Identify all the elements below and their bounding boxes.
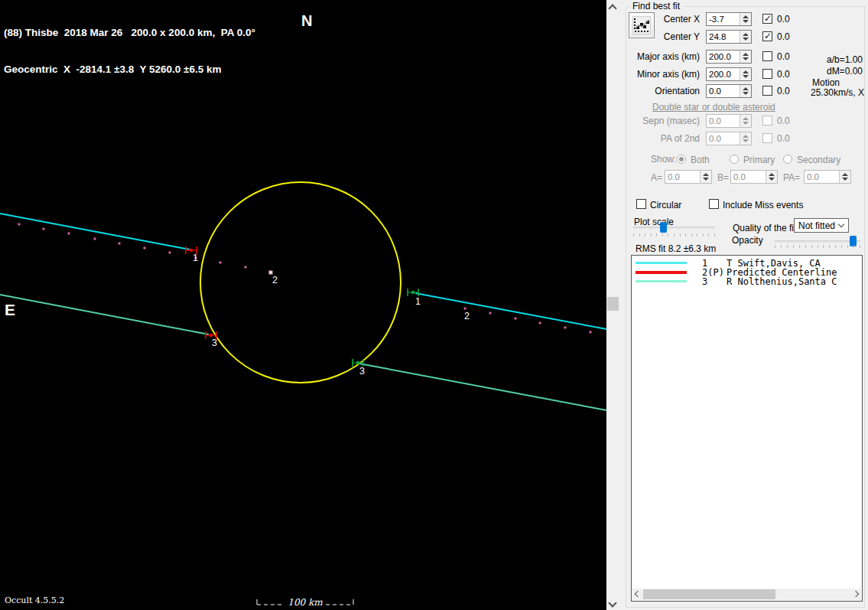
pa-field-label: PA= xyxy=(783,172,800,183)
b-field-label: B= xyxy=(717,172,729,183)
opacity-slider[interactable] xyxy=(775,240,860,243)
north-direction-label: N xyxy=(301,12,312,30)
vertical-scrollbar-thumb[interactable] xyxy=(607,297,619,311)
double-star-section-title: Double star or double asteroid xyxy=(652,102,775,113)
legend-row-3[interactable]: 3 R Nolthenius,Santa C xyxy=(632,277,862,286)
svg-text:3: 3 xyxy=(359,366,365,377)
a-field-input[interactable]: 0.0 xyxy=(665,170,712,184)
opacity-label: Opacity xyxy=(732,235,763,246)
plot-scale-label: Plot scale xyxy=(634,217,674,227)
minor-axis-input[interactable]: 200.0 xyxy=(706,67,752,81)
plot-title: (88) Thisbe 2018 Mar 26 200.0 x 200.0 km… xyxy=(4,2,255,100)
include-miss-checkbox[interactable] xyxy=(709,199,719,209)
minor-axis-checkbox[interactable] xyxy=(762,69,772,79)
legend-text-3: R Nolthenius,Santa C xyxy=(727,276,837,287)
legend-line-swatch-3 xyxy=(636,280,687,282)
occult-window: 112233100 km (88) Thisbe 2018 Mar 26 200… xyxy=(0,0,868,610)
center-y-check-value: 0.0 xyxy=(777,31,790,42)
b-field-spinner[interactable] xyxy=(766,171,777,183)
svg-text:100 km: 100 km xyxy=(288,597,323,608)
find-best-fit-group-label: Find best fit xyxy=(630,1,682,11)
svg-text:3: 3 xyxy=(212,338,217,348)
pa-of-2nd-input[interactable]: 0.0 xyxy=(706,132,752,145)
major-axis-checkbox[interactable] xyxy=(762,51,772,61)
legend-num-3: 3 xyxy=(702,276,707,287)
rms-fit-text: RMS fit 8.2 ±6.3 km xyxy=(636,243,716,254)
motion-value: 25.30km/s, X xyxy=(811,87,864,98)
center-y-label: Center Y xyxy=(630,31,700,42)
horizontal-scrollbar-thumb[interactable] xyxy=(643,589,775,599)
svg-text:1: 1 xyxy=(415,296,421,307)
center-y-checkbox[interactable] xyxy=(762,31,772,41)
center-x-row: Center X -3.7 0.0 xyxy=(619,12,868,26)
dm-text: dM=0.00 xyxy=(807,66,863,77)
quality-dropdown[interactable]: Not fitted xyxy=(794,218,849,233)
svg-text:1: 1 xyxy=(193,253,198,263)
orientation-label: Orientation xyxy=(630,86,700,96)
sepn-input[interactable]: 0.0 xyxy=(706,114,752,128)
pa-of-2nd-spinner[interactable] xyxy=(740,132,751,145)
scroll-left-icon[interactable] xyxy=(635,591,641,597)
quality-label: Quality of the fit xyxy=(733,223,796,233)
aspect-ratio-text: a/b=1.00 xyxy=(807,54,863,65)
orientation-spinner[interactable] xyxy=(740,85,751,97)
station-legend-listbox[interactable]: 1 T Swift,Davis, CA 2(P) Predicted Cente… xyxy=(631,255,863,602)
b-field-input[interactable]: 0.0 xyxy=(730,170,778,184)
dropdown-chevron-icon xyxy=(838,221,844,227)
minor-axis-label: Minor axis (km) xyxy=(630,69,700,80)
sepn-row: Sepn (masec) 0.0 0.0 xyxy=(619,114,868,128)
legend-line-swatch-2 xyxy=(636,271,687,274)
pa-field-spinner[interactable] xyxy=(839,171,850,183)
orientation-input[interactable]: 0.0 xyxy=(706,84,752,98)
major-axis-input[interactable]: 200.0 xyxy=(706,50,752,64)
legend-horizontal-scrollbar[interactable] xyxy=(632,589,861,600)
show-both-radio[interactable] xyxy=(677,155,686,164)
center-x-label: Center X xyxy=(630,14,700,24)
major-axis-check-value: 0.0 xyxy=(777,51,790,62)
show-secondary-radio[interactable] xyxy=(783,155,792,164)
a-field-spinner[interactable] xyxy=(700,171,711,183)
east-direction-label: E xyxy=(5,301,15,319)
scroll-right-icon[interactable] xyxy=(853,591,859,597)
center-x-checkbox[interactable] xyxy=(762,14,772,24)
pa-field-input[interactable]: 0.0 xyxy=(804,170,851,184)
show-secondary-label: Secondary xyxy=(797,155,840,165)
minor-axis-spinner[interactable] xyxy=(740,68,751,80)
plot-scale-slider[interactable] xyxy=(633,227,715,229)
plot-scale-slider-thumb[interactable] xyxy=(660,222,667,233)
circular-checkbox[interactable] xyxy=(636,199,646,209)
plot-title-line2: Geocentric X -2814.1 ±3.8 Y 5260.0 ±6.5 … xyxy=(4,64,255,76)
center-y-row: Center Y 24.8 0.0 xyxy=(619,30,868,44)
sepn-spinner[interactable] xyxy=(740,115,751,127)
a-field-label: A= xyxy=(651,172,662,183)
svg-text:2: 2 xyxy=(272,275,278,285)
svg-text:2: 2 xyxy=(464,311,470,321)
scroll-down-icon[interactable] xyxy=(608,599,616,607)
orientation-checkbox[interactable] xyxy=(762,86,772,96)
orientation-check-value: 0.0 xyxy=(777,86,790,96)
center-y-spinner[interactable] xyxy=(740,31,751,43)
center-x-spinner[interactable] xyxy=(740,13,751,25)
occultation-plot-area[interactable]: 112233100 km (88) Thisbe 2018 Mar 26 200… xyxy=(0,0,606,610)
sepn-checkbox[interactable] xyxy=(762,116,772,126)
center-x-input[interactable]: -3.7 xyxy=(706,12,752,26)
show-label: Show: xyxy=(651,154,676,165)
legend-line-swatch-1 xyxy=(636,262,687,264)
show-primary-radio[interactable] xyxy=(730,155,739,164)
vertical-scrollbar[interactable] xyxy=(606,0,619,610)
pa-of-2nd-label: PA of 2nd xyxy=(630,133,700,144)
pa-of-2nd-row: PA of 2nd 0.0 0.0 xyxy=(619,132,868,145)
center-x-check-value: 0.0 xyxy=(777,14,790,24)
show-both-label: Both xyxy=(691,155,710,165)
scroll-up-icon[interactable] xyxy=(608,4,616,12)
center-y-input[interactable]: 24.8 xyxy=(706,30,752,44)
minor-axis-check-value: 0.0 xyxy=(777,69,790,80)
plot-scale-ticks xyxy=(633,233,715,236)
circular-label: Circular xyxy=(650,200,681,210)
include-miss-label: Include Miss events xyxy=(723,200,803,210)
motion-label: Motion xyxy=(812,77,840,88)
opacity-ticks xyxy=(775,245,860,248)
major-axis-label: Major axis (km) xyxy=(630,51,700,62)
pa-of-2nd-checkbox[interactable] xyxy=(762,133,772,143)
major-axis-spinner[interactable] xyxy=(740,51,751,63)
